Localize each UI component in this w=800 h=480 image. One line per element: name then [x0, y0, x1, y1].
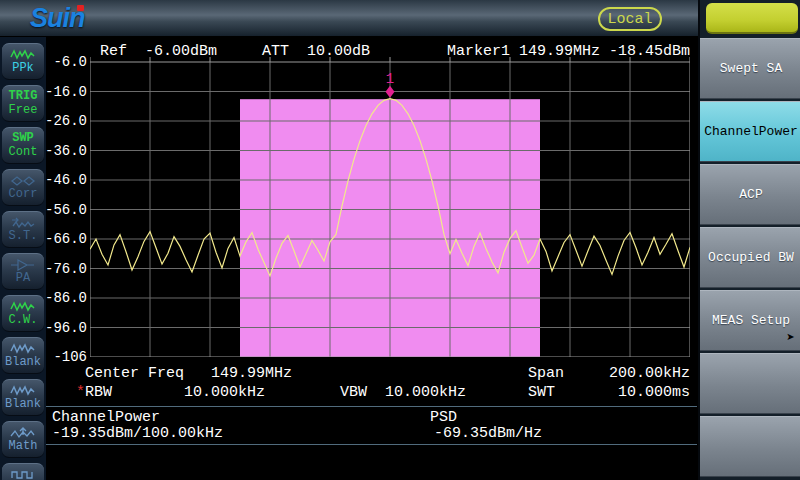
trigger-mode-label: TRIG	[9, 90, 38, 103]
softkey-label: MEAS Setup	[712, 313, 790, 328]
marker-number-label: 1	[386, 71, 394, 87]
span-value: 200.00kHz	[530, 365, 690, 382]
spectrum-analyzer-screen: Suin Local PPk TRIG Free SWP Cont Corr S…	[0, 0, 800, 480]
sidebar-item-label: PA	[16, 272, 30, 285]
logo-accent-dot	[77, 5, 84, 11]
sidebar-item-blank2[interactable]: Blank	[2, 379, 44, 416]
title-bar: Suin Local	[0, 0, 698, 37]
center-freq-label: Center Freq	[85, 365, 184, 382]
waveform-icon	[10, 48, 36, 61]
trace-svg: 1	[90, 56, 690, 357]
vbw-readout: VBW10.000kHz	[340, 384, 466, 401]
sidebar-item-label: Corr	[9, 188, 38, 201]
vbw-value: 10.000kHz	[385, 384, 466, 401]
sweep-value-label: Cont	[9, 146, 38, 159]
y-axis-label: -106	[44, 349, 87, 365]
y-axis-label: -46.0	[44, 172, 87, 188]
softkey-label: Swept SA	[720, 61, 782, 76]
sidebar-item-corr[interactable]: Corr	[2, 169, 44, 206]
sidebar-item-label: C.W.	[9, 314, 38, 327]
y-axis-label: -96.0	[44, 320, 87, 336]
y-axis-label: -86.0	[44, 290, 87, 306]
submenu-arrow-icon: ➤	[787, 329, 795, 346]
y-axis-label: -16.0	[44, 84, 87, 100]
y-axis-label: -56.0	[44, 202, 87, 218]
rbw-value: 10.000kHz	[184, 384, 265, 401]
rbw-readout: *RBW10.000kHz	[76, 384, 265, 401]
softkey-swept-sa[interactable]: Swept SA	[700, 38, 800, 99]
softkey-blank-2[interactable]	[700, 416, 800, 477]
waveform-icon	[10, 342, 36, 355]
results-divider-bottom	[46, 444, 697, 445]
y-axis-label: -6.0	[44, 54, 87, 70]
swt-value: 10.000ms	[530, 384, 690, 401]
waveform-up-icon	[10, 426, 36, 439]
y-axis-label: -36.0	[44, 143, 87, 159]
results-divider-top	[46, 406, 697, 407]
graticule-grid	[90, 62, 690, 357]
sidebar-item-math[interactable]: Math	[2, 421, 44, 458]
softkey-panel: Swept SA ChannelPower ACP Occupied BW ME…	[698, 0, 800, 480]
softkey-channel-power[interactable]: ChannelPower	[700, 101, 800, 162]
psd-label: PSD	[430, 409, 457, 426]
channel-power-value: -19.35dBm/100.00kHz	[52, 425, 223, 442]
squarewave-icon	[10, 468, 36, 480]
softkey-label: ACP	[739, 187, 762, 202]
softkey-label: Occupied BW	[708, 250, 794, 265]
psd-value: -69.35dBm/Hz	[434, 425, 542, 442]
waveform-icon	[10, 384, 36, 397]
sidebar-item-label: Blank	[5, 398, 41, 411]
rbw-label: RBW	[85, 384, 112, 401]
waveform-icon	[10, 300, 36, 313]
sidebar-item-blank1[interactable]: Blank	[2, 337, 44, 374]
sidebar-item-preamp[interactable]: PA	[2, 253, 44, 290]
y-axis-label: -76.0	[44, 261, 87, 277]
softkey-acp[interactable]: ACP	[700, 164, 800, 225]
sidebar-item-cw[interactable]: C.W.	[2, 295, 44, 332]
softkey-meas-setup[interactable]: MEAS Setup➤	[700, 290, 800, 351]
sidebar-item-fcnt[interactable]: Fcnt	[2, 463, 44, 480]
sidebar-item-peak[interactable]: PPk	[2, 43, 44, 80]
center-freq-value: 149.99MHz	[211, 365, 292, 382]
sidebar-item-label: PPk	[12, 62, 34, 75]
preset-softkey-button[interactable]	[706, 3, 798, 34]
y-axis-label: -26.0	[44, 113, 87, 129]
sidebar-item-label: S.T.	[9, 230, 38, 243]
trigger-value-label: Free	[9, 104, 38, 117]
local-button[interactable]: Local	[598, 7, 662, 31]
sidebar-item-label: Blank	[5, 356, 41, 369]
marker-diamond-icon[interactable]	[386, 86, 395, 98]
sidebar-item-sweep[interactable]: SWP Cont	[2, 127, 44, 164]
vbw-label: VBW	[340, 384, 367, 401]
coupled-star: *	[76, 384, 85, 401]
center-freq-readout: Center Freq149.99MHz	[85, 365, 292, 382]
correction-icon	[10, 174, 36, 187]
status-sidebar: PPk TRIG Free SWP Cont Corr S.T. PA C.W.	[0, 37, 46, 480]
softkey-label: ChannelPower	[704, 124, 798, 139]
y-axis-label: -66.0	[44, 231, 87, 247]
waveform-arrow-icon	[10, 216, 36, 229]
sidebar-item-label: Math	[9, 440, 38, 453]
channel-power-label: ChannelPower	[52, 409, 160, 426]
sidebar-item-trigger[interactable]: TRIG Free	[2, 85, 44, 122]
softkey-blank-1[interactable]	[700, 353, 800, 414]
sidebar-item-sweep-time[interactable]: S.T.	[2, 211, 44, 248]
softkey-occupied-bw[interactable]: Occupied BW	[700, 227, 800, 288]
sweep-mode-label: SWP	[12, 132, 34, 145]
top-ticks	[90, 57, 690, 62]
amplifier-icon	[10, 258, 36, 271]
